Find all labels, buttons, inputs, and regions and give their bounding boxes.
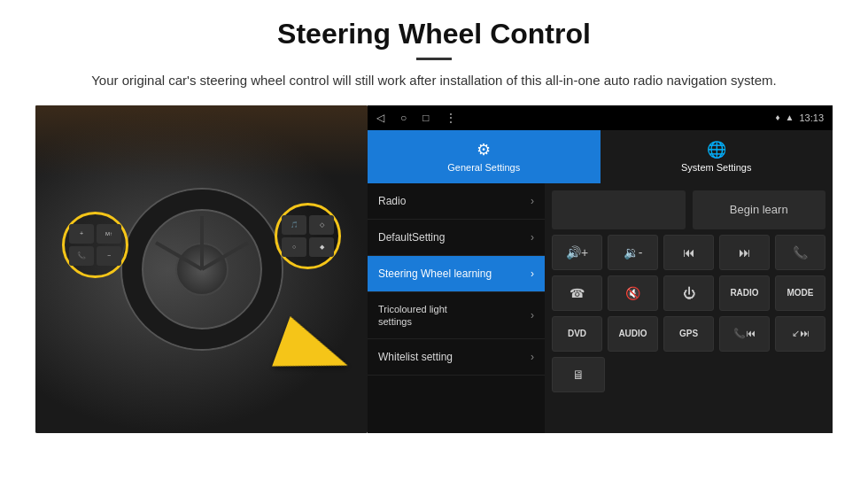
page-title: Steering Wheel Control <box>35 18 833 50</box>
menu-item-steering-wheel[interactable]: Steering Wheel learning › <box>368 256 545 292</box>
steering-bg: + M↑ 📞 − 🎵 ◇ ○ ◆ <box>35 105 368 433</box>
btn-diamond: ◆ <box>309 237 334 257</box>
tab-general-label: General Settings <box>447 162 520 173</box>
btn-call: 📞 <box>69 246 94 266</box>
nav-recents-btn[interactable]: □ <box>422 112 429 124</box>
chevron-radio: › <box>531 195 534 207</box>
menu-control-area: Radio › DefaultSetting › Steering Wheel … <box>368 183 833 433</box>
mode-button[interactable]: MODE <box>775 275 825 311</box>
phone-prev-icon: 📞⏮ <box>733 328 756 339</box>
nav-menu-btn[interactable]: ⋮ <box>446 112 456 124</box>
menu-item-default-setting[interactable]: DefaultSetting › <box>368 220 545 256</box>
general-settings-icon: ⚙ <box>477 140 491 159</box>
phone-icon-1: 📞 <box>793 245 808 260</box>
control-row-2: ☎ 🔇 ⏻ RADIO MODE <box>552 275 825 311</box>
menu-default-label: DefaultSetting <box>378 231 445 244</box>
nav-home-btn[interactable]: ○ <box>400 112 407 124</box>
chevron-default: › <box>531 231 534 244</box>
signal-icon: ▲ <box>786 112 794 122</box>
android-topbar: ◁ ○ □ ⋮ ♦ ▲ 13:13 <box>368 105 833 130</box>
settings-tabs: ⚙ General Settings 🌐 System Settings <box>368 130 833 183</box>
power-icon: ⏻ <box>683 286 695 300</box>
headunit-display: ◁ ○ □ ⋮ ♦ ▲ 13:13 ⚙ General Settings <box>368 105 833 433</box>
phone-button-1[interactable]: 📞 <box>775 235 825 270</box>
arrow-icon <box>272 316 357 391</box>
page-wrapper: Steering Wheel Control Your original car… <box>0 0 868 442</box>
steering-wheel <box>113 181 291 358</box>
screen-button[interactable]: 🖥 <box>552 357 605 392</box>
radio-button[interactable]: RADIO <box>719 275 770 311</box>
left-btn-group: + M↑ 📞 − <box>66 221 125 269</box>
control-row-1: 🔊+ 🔉- ⏮ ⏭ 📞 <box>552 235 825 270</box>
next-track-button[interactable]: ⏭ <box>719 235 770 270</box>
vol-up-button[interactable]: 🔊+ <box>552 235 602 270</box>
nav-back-btn[interactable]: ◁ <box>376 112 384 124</box>
chevron-whitelist: › <box>531 351 534 363</box>
btn-nav-up: ◇ <box>309 215 334 235</box>
menu-item-whitelist[interactable]: Whitelist setting › <box>368 339 545 376</box>
mute-button[interactable]: 🔇 <box>608 275 658 311</box>
menu-tricoloured-label2: settings <box>378 316 447 327</box>
menu-radio-label: Radio <box>378 195 406 207</box>
skip-next-button[interactable]: ↙⏭ <box>775 316 825 352</box>
chevron-steering: › <box>531 267 534 280</box>
right-btn-group: 🎵 ◇ ○ ◆ <box>278 212 337 260</box>
menu-item-tricoloured[interactable]: Tricoloured light settings › <box>368 292 545 339</box>
audio-button[interactable]: AUDIO <box>608 316 658 352</box>
mute-icon: 🔇 <box>625 286 640 300</box>
page-subtitle: Your original car's steering wheel contr… <box>80 71 788 91</box>
dvd-label: DVD <box>568 329 586 338</box>
steering-controls-left: + M↑ 📞 − <box>62 212 128 278</box>
begin-learn-button[interactable]: Begin learn <box>693 190 826 229</box>
chevron-tricoloured: › <box>531 309 534 322</box>
audio-label: AUDIO <box>618 329 647 338</box>
control-row-3: DVD AUDIO GPS 📞⏮ ↙⏭ <box>552 316 825 352</box>
vol-down-button[interactable]: 🔉- <box>608 235 658 270</box>
vol-up-icon: 🔊+ <box>566 245 588 260</box>
wheel-spoke-top <box>200 216 204 269</box>
btn-circle: ○ <box>282 237 306 257</box>
gps-label: GPS <box>679 329 698 338</box>
btn-volume-up: + <box>69 224 94 244</box>
next-icon: ⏭ <box>739 245 751 260</box>
clock-display: 13:13 <box>799 112 824 123</box>
right-controls: Begin learn 🔊+ 🔉- ⏮ <box>545 183 833 433</box>
menu-steering-label: Steering Wheel learning <box>378 267 492 280</box>
steering-wheel-photo: + M↑ 📞 − 🎵 ◇ ○ ◆ <box>35 105 368 433</box>
system-settings-icon: 🌐 <box>707 140 726 159</box>
prev-icon: ⏮ <box>683 245 695 260</box>
tab-general-settings[interactable]: ⚙ General Settings <box>368 130 601 183</box>
android-status-bar: ♦ ▲ 13:13 <box>775 112 824 123</box>
tab-system-settings[interactable]: 🌐 System Settings <box>601 130 833 183</box>
menu-item-radio[interactable]: Radio › <box>368 183 545 220</box>
power-button[interactable]: ⏻ <box>663 275 714 311</box>
mode-label: MODE <box>787 288 814 298</box>
menu-whitelist-label: Whitelist setting <box>378 351 453 363</box>
title-section: Steering Wheel Control Your original car… <box>35 18 833 91</box>
screen-icon: 🖥 <box>572 368 585 382</box>
menu-tricoloured-label: Tricoloured light <box>378 304 447 314</box>
phone-prev-button[interactable]: 📞⏮ <box>719 316 770 352</box>
blank-input-box <box>552 190 686 229</box>
prev-track-button[interactable]: ⏮ <box>663 235 714 270</box>
left-menu: Radio › DefaultSetting › Steering Wheel … <box>368 183 545 433</box>
vol-down-icon: 🔉- <box>624 245 643 260</box>
menu-tricoloured-container: Tricoloured light settings <box>378 304 447 327</box>
begin-learn-row: Begin learn <box>552 190 825 229</box>
gps-icon: ♦ <box>775 112 779 122</box>
tab-system-label: System Settings <box>681 162 751 173</box>
btn-mode: M↑ <box>97 224 121 244</box>
call-accept-button[interactable]: ☎ <box>552 275 602 311</box>
title-divider <box>416 58 452 60</box>
radio-label: RADIO <box>730 288 758 298</box>
call-accept-icon: ☎ <box>570 286 585 300</box>
steering-controls-right: 🎵 ◇ ○ ◆ <box>275 203 341 269</box>
arrow-overlay <box>279 327 350 380</box>
gps-button[interactable]: GPS <box>663 316 714 352</box>
content-area: + M↑ 📞 − 🎵 ◇ ○ ◆ <box>35 105 833 433</box>
dvd-button[interactable]: DVD <box>552 316 602 352</box>
control-row-4: 🖥 <box>552 357 825 392</box>
btn-media: 🎵 <box>282 215 306 235</box>
skip-next-icon: ↙⏭ <box>792 328 810 339</box>
dashboard-bg <box>35 105 368 176</box>
